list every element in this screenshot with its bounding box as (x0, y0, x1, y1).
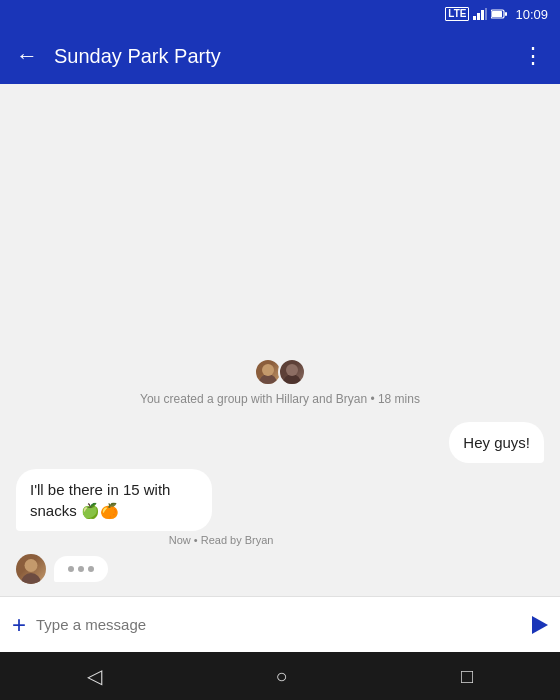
signal-icon (473, 8, 487, 20)
dot-1 (68, 566, 74, 572)
svg-rect-1 (477, 13, 480, 20)
back-button[interactable]: ← (16, 43, 38, 69)
svg-rect-0 (473, 16, 476, 20)
group-notice: You created a group with Hillary and Bry… (16, 358, 544, 406)
nav-bar: ◁ ○ □ (0, 652, 560, 700)
battery-icon (491, 9, 507, 19)
lte-icon: LTE (445, 7, 469, 21)
recents-nav-button[interactable]: □ (461, 665, 473, 688)
back-nav-button[interactable]: ◁ (87, 664, 102, 688)
time-display: 10:09 (515, 7, 548, 22)
add-attachment-button[interactable]: + (12, 611, 26, 639)
message-row: I'll be there in 15 with snacks 🍏🍊 Now •… (16, 469, 544, 546)
avatar-bryan (278, 358, 306, 386)
dot-3 (88, 566, 94, 572)
more-options-button[interactable]: ⋮ (522, 43, 544, 69)
send-button[interactable] (532, 616, 548, 634)
home-nav-button[interactable]: ○ (275, 665, 287, 688)
messages-area: You created a group with Hillary and Bry… (0, 84, 560, 596)
app-bar: ← Sunday Park Party ⋮ (0, 28, 560, 84)
phone-container: LTE 10:09 ← Sunday Park Party ⋮ (0, 0, 560, 700)
message-meta: Now • Read by Bryan (16, 534, 277, 546)
message-input[interactable] (36, 616, 530, 633)
typing-dots (54, 556, 108, 582)
message-text: Hey guys! (463, 434, 530, 451)
svg-rect-5 (492, 11, 502, 17)
message-bubble-received: I'll be there in 15 with snacks 🍏🍊 (16, 469, 212, 531)
input-bar: + (0, 596, 560, 652)
status-bar: LTE 10:09 (0, 0, 560, 28)
svg-rect-3 (485, 8, 487, 20)
svg-rect-2 (481, 10, 484, 20)
message-row: Hey guys! (16, 422, 544, 463)
message-text: I'll be there in 15 with snacks 🍏🍊 (30, 481, 170, 519)
conversation-title: Sunday Park Party (54, 45, 522, 68)
dot-2 (78, 566, 84, 572)
message-bubble-sent: Hey guys! (449, 422, 544, 463)
status-icons: LTE 10:09 (445, 7, 548, 22)
group-notice-text: You created a group with Hillary and Bry… (140, 392, 420, 406)
group-avatars (254, 358, 306, 386)
svg-rect-6 (505, 12, 507, 16)
messages-list: Hey guys! I'll be there in 15 with snack… (16, 422, 544, 546)
typing-avatar (16, 554, 46, 584)
typing-indicator (16, 554, 544, 584)
